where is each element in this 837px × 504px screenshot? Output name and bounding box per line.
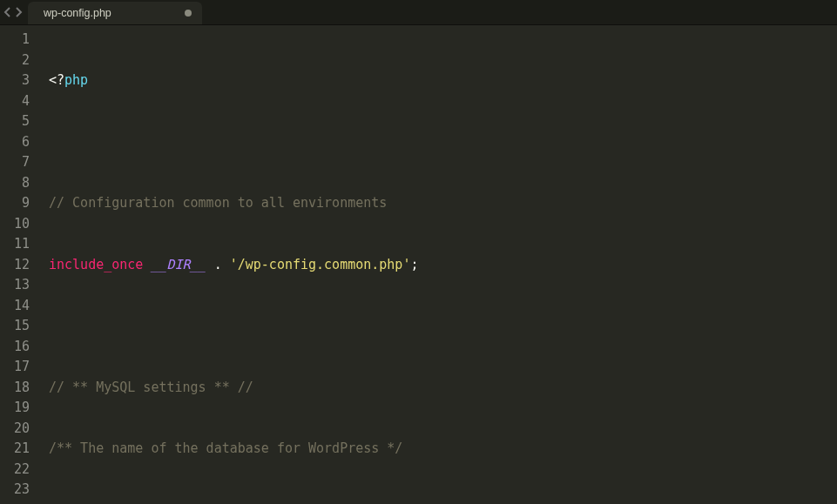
line-number: 18 bbox=[0, 378, 38, 399]
dirty-indicator-icon bbox=[185, 10, 192, 17]
code-line: <?php bbox=[49, 71, 837, 91]
line-number: 1 bbox=[0, 30, 38, 50]
line-number: 7 bbox=[0, 152, 38, 173]
line-number-gutter: 1234567891011121314151617181920212223 bbox=[0, 25, 38, 504]
line-number: 8 bbox=[0, 173, 38, 194]
code-line bbox=[49, 316, 837, 337]
code-line bbox=[49, 132, 837, 153]
code-line: define('DB_NAME', 'xxxxx'); bbox=[49, 501, 837, 505]
line-number: 13 bbox=[0, 275, 38, 296]
code-line: // ** MySQL settings ** // bbox=[49, 378, 837, 399]
line-number: 4 bbox=[0, 91, 38, 112]
line-number: 9 bbox=[0, 193, 38, 214]
line-number: 2 bbox=[0, 50, 38, 71]
line-number: 21 bbox=[0, 439, 38, 460]
code-line: /** The name of the database for WordPre… bbox=[49, 439, 837, 460]
tab-next-icon[interactable] bbox=[14, 7, 23, 17]
code-line: include_once __DIR__ . '/wp-config.commo… bbox=[49, 255, 837, 276]
line-number: 12 bbox=[0, 255, 38, 276]
file-tab[interactable]: wp-config.php bbox=[28, 2, 202, 24]
tab-prev-icon[interactable] bbox=[3, 7, 12, 17]
line-number: 15 bbox=[0, 316, 38, 337]
line-number: 5 bbox=[0, 111, 38, 132]
tab-nav-arrows bbox=[0, 0, 28, 24]
line-number: 14 bbox=[0, 296, 38, 317]
code-area: 1234567891011121314151617181920212223 <?… bbox=[0, 25, 837, 504]
code-content[interactable]: <?php // Configuration common to all env… bbox=[38, 25, 837, 504]
line-number: 16 bbox=[0, 337, 38, 358]
line-number: 23 bbox=[0, 480, 38, 501]
code-line: // Configuration common to all environme… bbox=[49, 193, 837, 214]
editor-window: wp-config.php 12345678910111213141516171… bbox=[0, 0, 837, 504]
line-number: 3 bbox=[0, 71, 38, 91]
line-number: 17 bbox=[0, 357, 38, 378]
line-number: 10 bbox=[0, 214, 38, 235]
line-number: 20 bbox=[0, 419, 38, 440]
tab-bar: wp-config.php bbox=[0, 0, 837, 25]
file-tab-label: wp-config.php bbox=[44, 7, 111, 19]
line-number: 6 bbox=[0, 132, 38, 153]
line-number: 11 bbox=[0, 234, 38, 255]
line-number: 22 bbox=[0, 460, 38, 480]
line-number: 19 bbox=[0, 398, 38, 419]
